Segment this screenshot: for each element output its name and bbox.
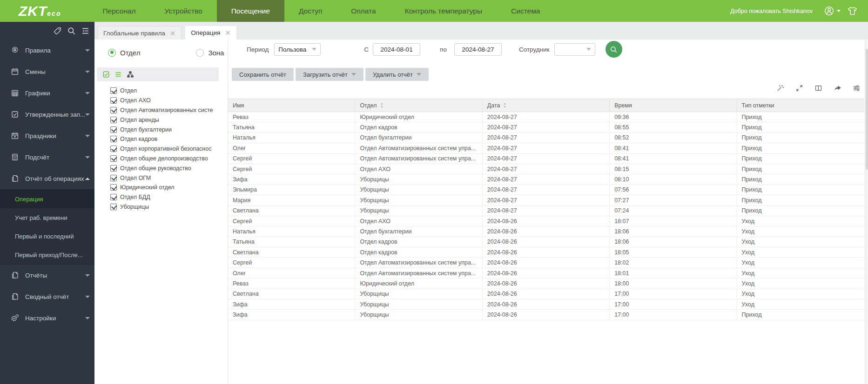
table-row[interactable]: Реваз Юридический отдел 2024-08-26 18:00… xyxy=(228,278,864,289)
sliders-icon[interactable] xyxy=(853,84,861,92)
report-button[interactable]: Удалить отчёт xyxy=(365,68,429,81)
nav-item-Оплата[interactable]: Оплата xyxy=(336,0,390,22)
checkbox-icon[interactable] xyxy=(110,87,117,94)
table-row[interactable]: Олег Отдел Автоматизированных систем упр… xyxy=(228,268,864,278)
tree-item[interactable]: Уборщицы xyxy=(94,202,228,212)
list-view-icon[interactable] xyxy=(114,71,122,78)
sidebar-subitem[interactable]: Первый приход/После... xyxy=(0,245,94,264)
from-date-input[interactable] xyxy=(373,43,420,56)
tree-item[interactable]: Отдел БДД xyxy=(94,192,228,202)
checkbox-icon[interactable] xyxy=(110,107,117,113)
sidebar-item[interactable]: Утвержденные зап... xyxy=(0,104,94,125)
tree-item[interactable]: Отдел бухгалтерии xyxy=(94,125,228,134)
tree-item[interactable]: Отдел общее делопроизводство xyxy=(94,154,228,164)
nav-item-Устройство[interactable]: Устройство xyxy=(150,0,217,22)
tab[interactable]: Операция ✕ xyxy=(185,26,236,40)
wand-icon[interactable] xyxy=(776,84,784,92)
table-row[interactable]: Светлана Уборщицы 2024-08-26 17:00 Уход xyxy=(228,289,864,299)
table-row[interactable]: Зифа Уборщицы 2024-08-27 08:10 Приход xyxy=(228,174,864,185)
expand-icon[interactable] xyxy=(795,84,803,92)
search-icon[interactable] xyxy=(67,26,76,35)
nav-item-Посещение[interactable]: Посещение xyxy=(217,0,284,22)
checkbox-icon[interactable] xyxy=(110,175,117,181)
nav-item-Контроль температуры[interactable]: Контроль температуры xyxy=(390,0,497,22)
table-row[interactable]: Сергей Отдел АХО 2024-08-26 18:07 Уход xyxy=(228,216,864,226)
table-row[interactable]: Сергей Отдел Автоматизированных систем у… xyxy=(228,258,864,268)
sidebar-item[interactable]: Отчёты xyxy=(0,265,94,286)
tree-item[interactable]: Отдел общее руководство xyxy=(94,163,228,173)
table-row[interactable]: Эльмира Уборщицы 2024-08-27 07:56 Приход xyxy=(228,185,864,195)
tree-item[interactable]: Отдел АХО xyxy=(94,96,228,106)
user-menu[interactable] xyxy=(824,6,841,16)
column-header[interactable]: Дата xyxy=(483,99,610,112)
sidebar-item[interactable]: Графики xyxy=(0,82,94,104)
sort-icon[interactable] xyxy=(380,102,384,108)
nav-item-Система[interactable]: Система xyxy=(497,0,554,22)
table-row[interactable]: Наталья Отдел бухгалтерии 2024-08-27 08:… xyxy=(228,133,864,143)
checkbox-icon[interactable] xyxy=(110,146,117,152)
tag-icon[interactable] xyxy=(53,26,62,35)
to-date-input[interactable] xyxy=(454,43,502,56)
sidebar-subitem[interactable]: Операция xyxy=(0,190,94,208)
table-row[interactable]: Зифа Уборщицы 2024-08-26 17:00 Уход xyxy=(228,299,864,310)
close-icon[interactable]: ✕ xyxy=(170,30,176,37)
tree-item[interactable]: Отдел xyxy=(94,86,228,96)
report-button[interactable]: Сохранить отчёт xyxy=(232,68,294,81)
table-row[interactable]: Олег Отдел Автоматизированных систем упр… xyxy=(228,143,864,153)
export-icon[interactable] xyxy=(834,84,841,92)
check-all-icon[interactable] xyxy=(102,71,110,78)
sidebar-subitem[interactable]: Учет раб. времени xyxy=(0,208,94,227)
tree-item[interactable]: Отдел кадров xyxy=(94,134,228,144)
sidebar-subitem[interactable]: Первый и последний xyxy=(0,227,94,245)
shirt-icon[interactable] xyxy=(847,6,858,16)
tree-view-icon[interactable] xyxy=(127,71,134,78)
sidebar-item[interactable]: Подсчёт xyxy=(0,146,94,168)
sidebar-item[interactable]: Смены xyxy=(0,61,94,82)
tree-item[interactable]: Отдел аренды xyxy=(94,115,228,125)
tree-item[interactable]: Отдел ОГМ xyxy=(94,173,228,183)
column-header[interactable]: Отдел xyxy=(355,99,482,112)
table-row[interactable]: Татьяна Отдел кадров 2024-08-26 18:06 Ух… xyxy=(228,237,864,247)
table-row[interactable]: Зифа Уборщицы 2024-08-26 17:00 Приход xyxy=(228,310,864,320)
table-row[interactable]: Сергей Отдел АХО 2024-08-27 08:15 Приход xyxy=(228,164,864,174)
sort-icon[interactable] xyxy=(503,102,507,108)
sidebar-item[interactable]: Отчёт об операциях xyxy=(0,168,94,189)
table-row[interactable]: Наталья Отдел бухгалтерии 2024-08-26 18:… xyxy=(228,226,864,237)
scrollbar-thumb[interactable] xyxy=(866,49,868,170)
table-row[interactable]: Татьяна Отдел кадров 2024-08-27 08:55 Пр… xyxy=(228,122,864,132)
tab[interactable]: Глобальные правила ✕ xyxy=(97,26,182,40)
checkbox-icon[interactable] xyxy=(110,165,117,172)
report-button[interactable]: Загрузить отчёт xyxy=(296,68,363,81)
radio-department[interactable]: Отдел xyxy=(108,49,140,57)
tree-item[interactable]: Юридический отдел xyxy=(94,183,228,192)
checkbox-icon[interactable] xyxy=(110,194,117,200)
checkbox-icon[interactable] xyxy=(110,117,117,123)
table-row[interactable]: Мария Уборщицы 2024-08-27 07:27 Приход xyxy=(228,195,864,205)
sidebar-item[interactable]: Настройки xyxy=(0,307,94,329)
columns-icon[interactable] xyxy=(814,84,822,92)
checkbox-icon[interactable] xyxy=(110,184,117,191)
period-select[interactable]: Пользова xyxy=(274,43,321,56)
close-icon[interactable]: ✕ xyxy=(225,29,231,36)
tree-item[interactable]: Отдел корпоративной безопаснос xyxy=(94,144,228,154)
menu-list-icon[interactable] xyxy=(81,26,90,35)
nav-item-Персонал[interactable]: Персонал xyxy=(88,0,150,22)
checkbox-icon[interactable] xyxy=(110,136,117,142)
table-row[interactable]: Светлана Уборщицы 2024-08-27 07:24 Прихо… xyxy=(228,206,864,216)
sidebar-item[interactable]: Праздники xyxy=(0,125,94,146)
nav-item-Доступ[interactable]: Доступ xyxy=(284,0,336,22)
vertical-scrollbar[interactable] xyxy=(865,40,868,384)
table-row[interactable]: Сергей Отдел Автоматизированных систем у… xyxy=(228,154,864,164)
sidebar-item[interactable]: Сводный отчёт xyxy=(0,286,94,307)
employee-select[interactable] xyxy=(554,43,595,56)
checkbox-icon[interactable] xyxy=(110,97,117,104)
table-row[interactable]: Светлана Отдел кадров 2024-08-26 18:05 У… xyxy=(228,247,864,258)
checkbox-icon[interactable] xyxy=(110,126,117,133)
checkbox-icon[interactable] xyxy=(110,155,117,162)
radio-zone[interactable]: Зона xyxy=(196,49,224,57)
sidebar-item[interactable]: ® Правила xyxy=(0,40,94,61)
table-row[interactable]: Реваз Юридический отдел 2024-08-27 09:36… xyxy=(228,112,864,122)
checkbox-icon[interactable] xyxy=(110,204,117,210)
tree-item[interactable]: Отдел Автоматизированных систе xyxy=(94,106,228,115)
search-button[interactable] xyxy=(606,41,622,58)
